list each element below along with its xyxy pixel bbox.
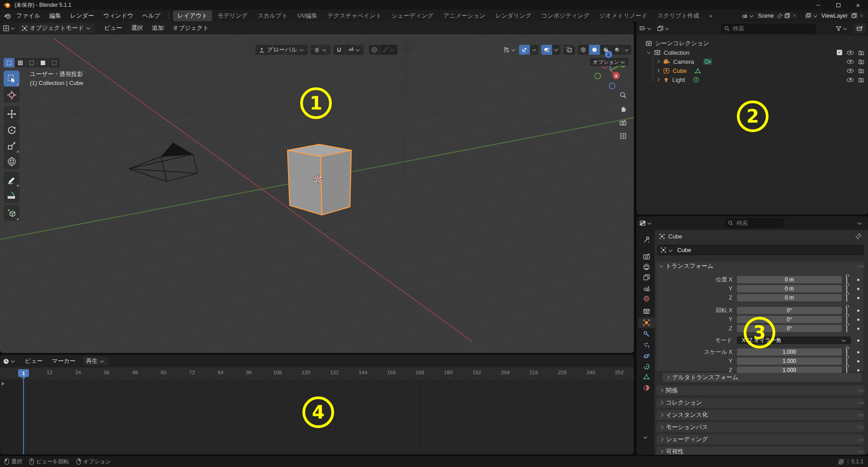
outliner-row-camera[interactable]: Camera — [637, 57, 868, 66]
remove-view-layer-button[interactable]: × — [859, 13, 864, 19]
camera-object[interactable] — [129, 143, 198, 181]
outliner-search-input[interactable] — [732, 25, 786, 32]
tab-scene[interactable] — [638, 283, 655, 294]
panel-motion-paths[interactable]: モーションパス — [656, 422, 863, 432]
panel-grip[interactable] — [858, 265, 859, 266]
panel-instancing[interactable]: インスタンス化 — [656, 410, 863, 420]
tab-tool[interactable] — [638, 234, 655, 245]
mesh-data-icon[interactable] — [694, 68, 701, 74]
scene-name[interactable]: Scene — [756, 13, 775, 19]
animate-dot[interactable] — [857, 319, 859, 321]
new-view-layer-button[interactable] — [851, 13, 858, 19]
tool-add-cube[interactable] — [4, 205, 19, 221]
timeline-menu-playback[interactable]: 再生 — [83, 357, 108, 366]
outliner-row-scene-collection[interactable]: シーンコレクション — [637, 39, 868, 48]
select-mode-intersect[interactable] — [49, 58, 60, 67]
panel-grip[interactable] — [858, 426, 859, 427]
viewport-menu-view[interactable]: ビュー — [100, 24, 126, 32]
tool-select-box[interactable] — [4, 71, 19, 86]
animate-dot[interactable] — [857, 360, 859, 362]
workspace-tab-texture-paint[interactable]: テクスチャペイント — [323, 10, 386, 21]
workspace-tab-animation[interactable]: アニメーション — [439, 10, 490, 21]
scale-x-field[interactable]: 1.000 — [737, 348, 842, 356]
workspace-tab-modeling[interactable]: モデリング — [213, 10, 252, 21]
animate-dot[interactable] — [857, 328, 859, 330]
workspace-tab-compositing[interactable]: コンポジティング — [537, 10, 594, 21]
tab-physics[interactable] — [638, 351, 655, 362]
tab-collection[interactable] — [638, 305, 655, 316]
timeline-menu-view[interactable]: ビュー — [20, 357, 47, 365]
object-name-value[interactable]: Cube — [677, 247, 691, 253]
new-scene-button[interactable] — [784, 13, 791, 19]
tab-world[interactable] — [638, 293, 655, 304]
workspace-tab-uv[interactable]: UV編集 — [293, 10, 322, 21]
location-y-field[interactable]: 0 m — [737, 285, 842, 292]
hide-eye-icon[interactable] — [847, 51, 854, 55]
tab-object[interactable] — [638, 317, 655, 328]
panel-shading[interactable]: シェーディング — [656, 434, 863, 444]
animate-dot[interactable] — [857, 310, 859, 312]
workspace-tab-geometry-nodes[interactable]: ジオメトリノード — [595, 10, 652, 21]
filter-button[interactable] — [835, 26, 848, 32]
properties-search-input[interactable] — [736, 219, 772, 227]
hide-eye-icon[interactable] — [847, 60, 854, 64]
view-layer-selector[interactable]: ViewLayer × — [803, 11, 866, 20]
editor-type-button[interactable] — [3, 358, 16, 365]
panel-relations[interactable]: 関係 — [656, 386, 863, 396]
object-name-field[interactable]: Cube — [657, 245, 863, 255]
tool-move[interactable] — [4, 106, 19, 122]
select-mode-invert[interactable] — [38, 58, 48, 67]
camera-view-button[interactable] — [618, 117, 628, 128]
panel-grip[interactable] — [858, 414, 859, 415]
add-workspace-button[interactable]: + — [705, 11, 717, 21]
animate-dot[interactable] — [857, 279, 859, 281]
navigation-gizmo[interactable]: Z Y X — [586, 48, 634, 93]
lock-icon[interactable] — [846, 285, 847, 293]
row-label[interactable]: Cube — [673, 67, 687, 74]
viewport-canvas[interactable] — [0, 34, 634, 353]
maximize-button[interactable] — [828, 0, 848, 10]
scene-selector[interactable]: Scene × — [739, 11, 799, 20]
select-mode-subtract[interactable] — [26, 58, 37, 67]
tab-particles[interactable] — [638, 340, 655, 351]
animate-dot[interactable] — [857, 351, 859, 353]
workspace-tab-shading[interactable]: シェーディング — [387, 10, 438, 21]
hide-eye-icon[interactable] — [847, 78, 854, 82]
viewport-menu-select[interactable]: 選択 — [127, 24, 147, 32]
rotation-x-field[interactable]: 0° — [737, 307, 842, 314]
scale-y-field[interactable]: 1.000 — [737, 357, 842, 365]
row-label[interactable]: Collection — [664, 49, 689, 56]
animate-dot[interactable] — [857, 297, 859, 299]
disable-render-icon[interactable] — [858, 77, 864, 82]
timeline-ruler[interactable]: 1224364860728496108120132144156168180192… — [0, 367, 634, 379]
tab-object-data[interactable] — [638, 372, 655, 382]
hide-eye-icon[interactable] — [847, 69, 854, 73]
pin-icon[interactable] — [855, 233, 862, 239]
chevron-down-icon[interactable] — [858, 221, 861, 224]
disable-render-icon[interactable] — [858, 59, 864, 64]
lock-icon[interactable] — [846, 325, 847, 333]
tabs-overflow-chevron[interactable] — [643, 435, 647, 438]
tool-scale[interactable] — [4, 138, 19, 153]
expand-icon[interactable] — [656, 78, 660, 81]
panel-collections[interactable]: コレクション — [656, 398, 863, 408]
tab-constraints[interactable] — [638, 361, 655, 372]
row-label[interactable]: シーンコレクション — [655, 39, 709, 48]
lock-icon[interactable] — [846, 307, 847, 315]
timeline-expand-arrow[interactable] — [2, 382, 5, 386]
minimize-button[interactable]: ─ — [808, 0, 828, 10]
lock-icon[interactable] — [846, 348, 847, 356]
light-data-icon[interactable] — [693, 76, 699, 83]
lock-icon[interactable] — [846, 294, 847, 302]
menu-help[interactable]: ヘルプ — [138, 12, 165, 20]
mode-dropdown[interactable]: オブジェクトモード — [19, 23, 94, 33]
menu-file[interactable]: ファイル — [12, 12, 45, 20]
outliner-search[interactable] — [721, 24, 816, 33]
tab-material[interactable] — [638, 382, 655, 393]
workspace-tab-scripting[interactable]: スクリプト作成 — [653, 10, 704, 21]
location-x-field[interactable]: 0 m — [737, 276, 842, 283]
tab-modifiers[interactable] — [638, 329, 655, 339]
row-label[interactable]: Light — [672, 76, 685, 83]
viewport-menu-add[interactable]: 追加 — [148, 24, 168, 32]
editor-type-button[interactable] — [3, 25, 16, 32]
